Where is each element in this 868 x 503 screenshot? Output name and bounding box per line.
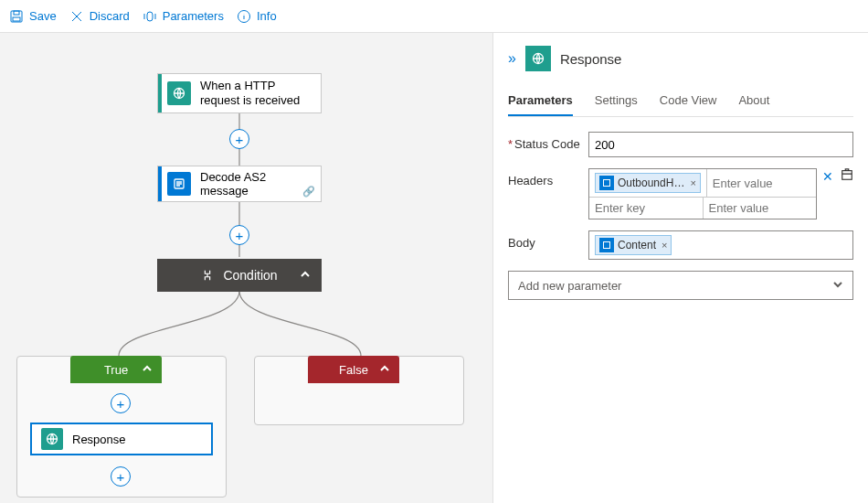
header-value-input[interactable] <box>713 177 810 190</box>
true-label: True <box>104 363 128 377</box>
panel-title: Response <box>560 51 622 67</box>
node-response[interactable]: Response <box>30 423 213 455</box>
toolbar: Save Discard Parameters Info <box>0 0 868 33</box>
tab-about[interactable]: About <box>738 86 769 116</box>
save-label: Save <box>29 9 57 23</box>
condition-label: Condition <box>223 268 277 283</box>
add-parameter-dropdown[interactable]: Add new parameter <box>508 271 853 300</box>
header-key-token[interactable]: OutboundH… × <box>595 173 701 193</box>
add-parameter-label: Add new parameter <box>518 279 621 293</box>
svg-rect-3 <box>147 12 153 21</box>
http-trigger-label: When a HTTP request is received <box>200 79 312 109</box>
add-step-true-bottom[interactable]: + <box>111 466 131 487</box>
body-input[interactable]: Content × <box>588 230 853 260</box>
add-step-button-1[interactable]: + <box>229 129 249 149</box>
response-label: Response <box>72 433 126 446</box>
save-icon <box>9 9 24 24</box>
tab-code-view[interactable]: Code View <box>660 86 717 116</box>
link-icon: 🔗 <box>302 186 315 198</box>
chevron-up-icon[interactable] <box>142 363 153 377</box>
false-branch-container: False <box>254 356 464 425</box>
status-code-label: Status Code <box>508 132 588 151</box>
panel-tabs: Parameters Settings Code View About <box>508 86 853 117</box>
svg-rect-11 <box>604 242 610 249</box>
http-icon <box>167 81 191 105</box>
status-code-input[interactable] <box>588 132 853 157</box>
tab-settings[interactable]: Settings <box>595 86 638 116</box>
info-icon <box>237 9 251 24</box>
true-branch-container: True + Response + <box>16 356 227 498</box>
header-key-cell[interactable]: OutboundH… × <box>589 169 706 197</box>
decode-as2-label: Decode AS2 message <box>200 170 312 198</box>
properties-panel: » Response Parameters Settings Code View… <box>493 33 868 503</box>
headers-table: OutboundH… × <box>588 168 817 219</box>
body-token-text: Content <box>618 239 656 252</box>
parameters-label: Parameters <box>163 9 224 23</box>
condition-icon <box>201 269 214 282</box>
add-step-button-2[interactable]: + <box>229 225 249 245</box>
body-label: Body <box>508 230 588 250</box>
false-branch-header[interactable]: False <box>308 356 399 383</box>
tab-parameters[interactable]: Parameters <box>508 86 573 116</box>
clear-header-icon[interactable]: ✕ <box>822 169 833 184</box>
remove-token-icon[interactable]: × <box>662 240 667 251</box>
add-step-true-top[interactable]: + <box>111 393 131 413</box>
as2-icon <box>167 172 191 196</box>
designer-canvas[interactable]: When a HTTP request is received + Decode… <box>0 33 493 503</box>
header-newvalue-input[interactable] <box>709 201 811 215</box>
svg-rect-1 <box>14 11 19 15</box>
header-row: OutboundH… × <box>589 169 816 197</box>
discard-button[interactable]: Discard <box>69 9 130 24</box>
false-label: False <box>339 363 368 377</box>
true-branch-header[interactable]: True <box>70 356 162 383</box>
header-key-token-text: OutboundH… <box>618 177 684 189</box>
response-icon <box>41 428 63 450</box>
svg-rect-9 <box>604 180 610 187</box>
header-newkey-input[interactable] <box>595 201 697 215</box>
node-condition[interactable]: Condition <box>157 259 322 292</box>
svg-rect-10 <box>842 171 852 180</box>
edit-headers-icon[interactable] <box>841 168 853 184</box>
discard-label: Discard <box>90 9 130 23</box>
body-token[interactable]: Content × <box>595 235 672 255</box>
headers-label: Headers <box>508 168 588 187</box>
svg-rect-2 <box>13 17 20 21</box>
chevron-up-icon[interactable] <box>379 363 390 377</box>
chevron-up-icon[interactable] <box>300 268 311 283</box>
header-new-row <box>589 197 816 219</box>
info-button[interactable]: Info <box>237 9 277 24</box>
parameters-icon <box>143 9 157 24</box>
response-icon <box>525 46 551 71</box>
collapse-panel-button[interactable]: » <box>508 50 516 67</box>
parameters-button[interactable]: Parameters <box>143 9 224 24</box>
remove-token-icon[interactable]: × <box>690 177 695 188</box>
x-icon <box>69 9 84 24</box>
save-button[interactable]: Save <box>9 9 57 24</box>
header-value-cell[interactable] <box>706 169 816 197</box>
info-label: Info <box>257 9 277 23</box>
node-http-trigger[interactable]: When a HTTP request is received <box>157 73 322 113</box>
chevron-down-icon <box>832 279 843 293</box>
node-decode-as2[interactable]: Decode AS2 message 🔗 <box>157 166 322 202</box>
